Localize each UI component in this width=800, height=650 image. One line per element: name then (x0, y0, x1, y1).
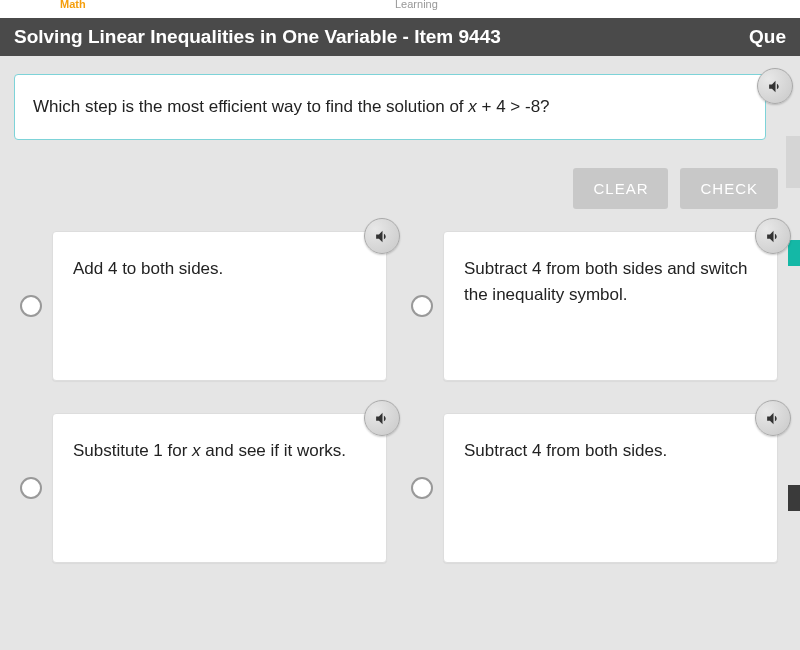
check-button[interactable]: CHECK (680, 168, 778, 209)
option-card-b[interactable]: Subtract 4 from both sides and switch th… (443, 231, 778, 381)
option-a-text: Add 4 to both sides. (73, 259, 223, 278)
radio-option-d[interactable] (411, 477, 433, 499)
question-variable: x (468, 97, 477, 116)
option-card-a[interactable]: Add 4 to both sides. (52, 231, 387, 381)
radio-option-c[interactable] (20, 477, 42, 499)
speaker-icon[interactable] (364, 218, 400, 254)
header-bar: Solving Linear Inequalities in One Varia… (0, 18, 800, 56)
option-b-text: Subtract 4 from both sides and switch th… (464, 259, 747, 304)
page-title: Solving Linear Inequalities in One Varia… (14, 26, 501, 48)
side-panel-stub (786, 136, 800, 188)
question-box: Which step is the most efficient way to … (14, 74, 766, 140)
speaker-icon[interactable] (364, 400, 400, 436)
option-c-suffix: and see if it works. (201, 441, 347, 460)
side-dark-stub[interactable] (788, 485, 800, 511)
speaker-icon[interactable] (755, 218, 791, 254)
speaker-icon[interactable] (755, 400, 791, 436)
speaker-icon[interactable] (757, 68, 793, 104)
option-c-variable: x (192, 441, 201, 460)
header-right: Que (749, 26, 786, 48)
question-suffix: + 4 > -8? (477, 97, 550, 116)
radio-option-b[interactable] (411, 295, 433, 317)
radio-option-a[interactable] (20, 295, 42, 317)
option-c-prefix: Substitute 1 for (73, 441, 192, 460)
option-d-text: Subtract 4 from both sides. (464, 441, 667, 460)
option-card-c[interactable]: Substitute 1 for x and see if it works. (52, 413, 387, 563)
question-prefix: Which step is the most efficient way to … (33, 97, 468, 116)
clear-button[interactable]: CLEAR (573, 168, 668, 209)
side-teal-stub[interactable] (788, 240, 800, 266)
learning-label: Learning (395, 0, 438, 10)
logo-math: Math (60, 0, 86, 10)
option-card-d[interactable]: Subtract 4 from both sides. (443, 413, 778, 563)
